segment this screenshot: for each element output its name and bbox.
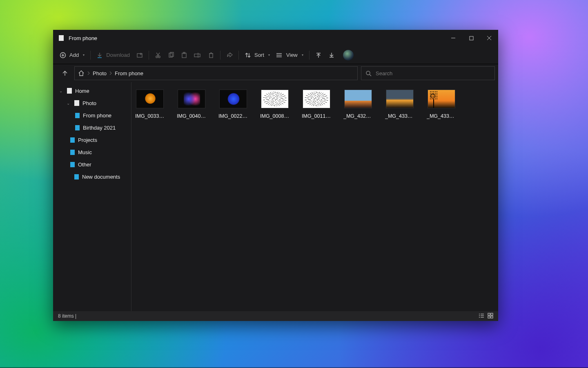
thumbnail [428, 90, 455, 108]
thumbnail [261, 90, 289, 108]
window-title: From phone [69, 35, 97, 41]
file-item[interactable]: _MG_4332... [385, 90, 414, 119]
scroll-bottom-button[interactable] [325, 49, 338, 62]
file-item[interactable]: IMG_0022.... [219, 90, 247, 119]
view-button[interactable]: View ▾ [273, 49, 307, 62]
file-item[interactable]: IMG_0008.... [261, 90, 289, 119]
svg-rect-48 [488, 316, 490, 318]
search-icon [365, 70, 372, 76]
file-grid: IMG_0033.... IMG_0040.... IMG_0022.... I… [136, 90, 494, 119]
svg-rect-46 [488, 313, 490, 315]
share-button[interactable] [223, 49, 236, 62]
paste-button[interactable] [178, 49, 191, 62]
status-bar: 8 items | [53, 311, 498, 321]
svg-point-12 [156, 56, 158, 57]
view-list-button[interactable] [479, 313, 484, 320]
scroll-top-button[interactable] [312, 49, 325, 62]
breadcrumb-from-phone[interactable]: From phone [115, 70, 143, 76]
toolbar: Add ▾ Download [53, 46, 498, 64]
tree-label: Home [75, 88, 89, 94]
thumbnail [178, 90, 205, 108]
file-name: IMG_0011.... [302, 113, 331, 119]
search-box[interactable] [361, 66, 495, 80]
tree-label: Projects [78, 137, 97, 143]
delete-button[interactable] [205, 49, 218, 62]
new-folder-button[interactable] [133, 49, 146, 62]
chevron-down-icon: ▾ [83, 53, 85, 57]
status-items: 8 items | [58, 313, 76, 319]
thumbnail [386, 90, 414, 108]
svg-point-31 [277, 55, 277, 55]
minimize-button[interactable] [444, 30, 462, 46]
tree-label: Other [78, 162, 91, 168]
tree-item-from-phone[interactable]: From phone [53, 109, 131, 121]
view-label: View [286, 52, 298, 58]
titlebar: From phone [53, 30, 498, 46]
file-name: IMG_0022.... [218, 113, 248, 119]
breadcrumb-photo[interactable]: Photo [93, 70, 107, 76]
download-button[interactable]: Download [93, 49, 133, 62]
svg-rect-47 [491, 313, 493, 315]
file-name: IMG_0033.... [135, 113, 165, 119]
tree-label: Birthday 2021 [83, 125, 116, 131]
svg-point-13 [158, 56, 160, 57]
folder-icon [70, 162, 75, 167]
file-item[interactable]: IMG_0033.... [136, 90, 164, 119]
folder-icon [74, 174, 79, 180]
folder-icon [75, 113, 80, 118]
tree-label: Photo [82, 100, 96, 106]
tree-item-photo[interactable]: ⌄ Photo [53, 97, 131, 109]
file-name: IMG_0008.... [260, 113, 290, 119]
sort-label: Sort [254, 52, 264, 58]
svg-point-32 [277, 56, 277, 57]
file-item[interactable]: _MG_4334... [427, 90, 456, 119]
folder-icon [70, 137, 75, 143]
close-button[interactable] [480, 30, 498, 46]
cut-button[interactable] [151, 49, 165, 62]
separator [220, 51, 220, 60]
up-button[interactable] [59, 67, 71, 79]
file-item[interactable]: _MG_4329... [344, 90, 372, 119]
tree-item-new-documents[interactable]: New documents [53, 171, 131, 183]
home-icon [78, 70, 85, 76]
separator [238, 51, 239, 60]
maximize-button[interactable] [462, 30, 480, 46]
separator [149, 51, 149, 60]
thumbnail [303, 90, 330, 108]
breadcrumb-separator [109, 71, 112, 75]
chevron-down-icon: ⌄ [65, 101, 71, 105]
file-name: _MG_4334... [427, 113, 456, 119]
file-name: _MG_4332... [385, 113, 414, 119]
tree-item-birthday[interactable]: Birthday 2021 [53, 121, 131, 134]
rename-button[interactable] [191, 49, 205, 62]
separator [90, 51, 91, 60]
tree-item-other[interactable]: Other [53, 158, 131, 171]
content-area[interactable]: IMG_0033.... IMG_0040.... IMG_0022.... I… [131, 82, 498, 311]
sidebar: ⌄ Home ⌄ Photo From phone Birthday 2021 … [53, 82, 131, 311]
app-icon [59, 35, 64, 41]
tree-item-projects[interactable]: Projects [53, 134, 131, 146]
add-button[interactable]: Add ▾ [56, 49, 88, 62]
svg-point-38 [366, 71, 370, 75]
sort-button[interactable]: Sort ▾ [241, 49, 273, 62]
copy-button[interactable] [165, 49, 178, 62]
svg-rect-20 [194, 54, 200, 57]
svg-rect-1 [470, 36, 473, 40]
svg-rect-49 [491, 316, 493, 318]
svg-rect-22 [209, 54, 213, 58]
file-item[interactable]: IMG_0040.... [177, 90, 206, 119]
navigation-row: Photo From phone [53, 64, 498, 82]
address-bar[interactable]: Photo From phone [74, 66, 358, 80]
view-grid-button[interactable] [488, 313, 493, 320]
body: ⌄ Home ⌄ Photo From phone Birthday 2021 … [53, 82, 498, 311]
tree-item-home[interactable]: ⌄ Home [53, 85, 131, 97]
tree-item-music[interactable]: Music [53, 146, 131, 158]
search-input[interactable] [376, 70, 490, 76]
file-name: IMG_0040.... [177, 113, 206, 119]
thumbnail [219, 90, 247, 108]
chevron-down-icon: ▾ [302, 53, 303, 57]
tree-label: Music [78, 149, 92, 155]
folder-icon [70, 150, 75, 155]
user-avatar[interactable] [343, 50, 354, 61]
file-item[interactable]: IMG_0011.... [302, 90, 331, 119]
